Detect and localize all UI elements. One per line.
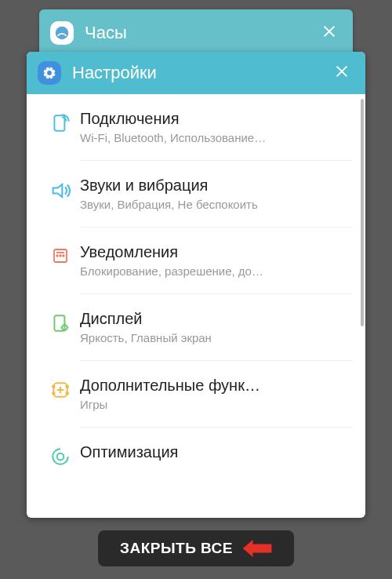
svg-point-2 bbox=[47, 71, 52, 75]
svg-point-27 bbox=[53, 392, 55, 395]
settings-list: Подключения Wi-Fi, Bluetooth, Использова… bbox=[27, 94, 365, 518]
settings-item-optimization[interactable]: Оптимизация bbox=[27, 428, 361, 470]
close-card-icon[interactable] bbox=[329, 60, 354, 86]
recent-app-title: Часы bbox=[85, 23, 317, 43]
settings-item-title: Дисплей bbox=[80, 310, 353, 328]
clock-app-icon bbox=[50, 21, 74, 45]
svg-point-16 bbox=[63, 255, 64, 257]
optimize-icon bbox=[41, 443, 80, 467]
settings-app-icon bbox=[38, 61, 61, 85]
settings-item-subtitle: Звуки, Вибрация, Не беспокоить bbox=[80, 198, 353, 211]
close-card-icon[interactable] bbox=[317, 20, 342, 46]
scroll-indicator bbox=[361, 99, 364, 326]
close-all-button[interactable]: ЗАКРЫТЬ ВСЕ bbox=[98, 530, 294, 566]
settings-item-title: Оптимизация bbox=[80, 443, 353, 461]
settings-item-title: Звуки и вибрация bbox=[80, 177, 353, 195]
svg-point-14 bbox=[56, 255, 58, 257]
settings-item-subtitle: Wi-Fi, Bluetooth, Использование… bbox=[80, 131, 353, 144]
svg-point-28 bbox=[66, 385, 68, 388]
display-icon bbox=[41, 310, 80, 333]
settings-item-title: Уведомления bbox=[80, 243, 353, 261]
settings-item-advanced[interactable]: Дополнительные функ… Игры bbox=[27, 361, 361, 427]
close-all-label: ЗАКРЫТЬ ВСЕ bbox=[120, 540, 233, 557]
recent-app-title: Настройки bbox=[72, 63, 329, 83]
settings-item-notifications[interactable]: Уведомления Блокирование, разрешение, до… bbox=[27, 228, 361, 293]
sound-icon bbox=[41, 177, 80, 202]
arrow-left-icon bbox=[242, 540, 272, 557]
svg-point-15 bbox=[60, 255, 61, 257]
recent-app-card-clock[interactable]: Часы bbox=[39, 9, 353, 56]
connections-icon bbox=[41, 110, 80, 133]
notifications-icon bbox=[41, 243, 80, 265]
settings-item-subtitle: Блокирование, разрешение, до… bbox=[80, 264, 353, 278]
settings-item-subtitle: Яркость, Главный экран bbox=[80, 331, 353, 344]
settings-item-connections[interactable]: Подключения Wi-Fi, Bluetooth, Использова… bbox=[27, 94, 361, 160]
settings-item-sounds[interactable]: Звуки и вибрация Звуки, Вибрация, Не бес… bbox=[27, 161, 361, 227]
svg-point-26 bbox=[53, 385, 55, 388]
settings-item-title: Подключения bbox=[80, 110, 353, 128]
settings-item-title: Дополнительные функ… bbox=[80, 377, 353, 395]
svg-point-30 bbox=[57, 453, 64, 461]
recent-app-card-settings[interactable]: Настройки Подключения Wi-Fi, Bluetooth, … bbox=[27, 52, 365, 518]
advanced-icon bbox=[41, 377, 80, 400]
settings-card-header: Настройки bbox=[27, 52, 365, 94]
svg-point-29 bbox=[66, 392, 68, 395]
settings-item-display[interactable]: Дисплей Яркость, Главный экран bbox=[27, 294, 361, 360]
settings-item-subtitle: Игры bbox=[80, 398, 353, 411]
